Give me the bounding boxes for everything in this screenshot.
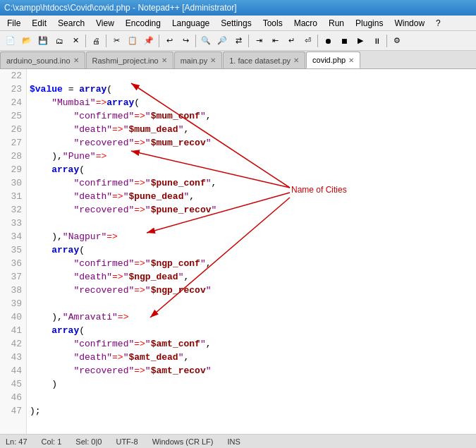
toolbar-indent[interactable]: ⇥	[251, 33, 267, 49]
toolbar-open[interactable]: 📂	[19, 33, 35, 49]
line-number-43: 43	[4, 351, 22, 364]
toolbar-indent2[interactable]: ↵	[283, 33, 299, 49]
toolbar-run[interactable]: ▶	[353, 33, 368, 49]
menu-view[interactable]: View	[90, 16, 120, 30]
menu-run[interactable]: Run	[323, 16, 350, 30]
toolbar-wrap[interactable]: ⏎	[300, 33, 315, 49]
line-number-33: 33	[4, 217, 22, 230]
toolbar-replace[interactable]: ⇄	[231, 33, 246, 49]
menu-tools[interactable]: Tools	[257, 16, 288, 30]
tab-bar: arduino_sound.ino ✕ Rashmi_project.ino ✕…	[0, 51, 476, 69]
menu-settings[interactable]: Settings	[215, 16, 257, 30]
tab-arduino-close[interactable]: ✕	[73, 56, 79, 64]
menu-help[interactable]: ?	[430, 16, 446, 30]
code-line-35: array(	[30, 243, 473, 257]
menu-window[interactable]: Window	[389, 16, 430, 30]
toolbar-new[interactable]: 📄	[3, 33, 18, 49]
code-line-38: "recovered"=>"$ngp_recov"	[30, 284, 473, 297]
code-line-37: "death"=>"$ngp_dead",	[30, 270, 473, 284]
menu-bar: File Edit Search View Encoding Language …	[0, 16, 476, 31]
menu-macro[interactable]: Macro	[288, 16, 323, 30]
toolbar-outdent[interactable]: ⇤	[267, 33, 283, 49]
code-line-36: "confirmed"=>"$ngp_conf",	[30, 257, 473, 270]
code-line-29: array(	[30, 163, 473, 176]
title-text: C:\xampp\htdocs\Covid\covid.php - Notepa…	[4, 3, 237, 13]
status-line-ending: Windows (CR LF)	[152, 437, 214, 446]
tab-covid-label: covid.php	[312, 56, 346, 64]
code-line-34: ),"Nagpur"=>	[30, 230, 473, 243]
toolbar-zoom-in[interactable]: 🔍	[198, 33, 214, 49]
line-number-36: 36	[4, 257, 22, 270]
toolbar-find[interactable]: 🔎	[214, 33, 230, 49]
tab-face-label: 1. face dataset.py	[229, 56, 291, 65]
toolbar-redo[interactable]: ↪	[178, 33, 193, 49]
code-area[interactable]: 2223242526272829303132333435363738394041…	[0, 69, 476, 434]
code-line-45: )	[30, 377, 473, 391]
toolbar-close[interactable]: ✕	[68, 33, 83, 49]
menu-plugins[interactable]: Plugins	[350, 16, 389, 30]
line-number-47: 47	[4, 404, 22, 418]
tab-arduino[interactable]: arduino_sound.ino ✕	[0, 52, 85, 68]
toolbar-print[interactable]: 🖨	[88, 33, 104, 49]
status-ins: INS	[227, 437, 240, 446]
toolbar-paste[interactable]: 📌	[141, 33, 157, 49]
line-number-32: 32	[4, 203, 22, 217]
line-number-35: 35	[4, 243, 22, 257]
code-line-27: "recovered"=>"$mum_recov"	[30, 136, 473, 150]
toolbar-undo[interactable]: ↩	[161, 33, 177, 49]
line-number-22: 22	[4, 69, 22, 83]
tab-rashmi-close[interactable]: ✕	[161, 56, 167, 64]
toolbar-sep5	[248, 35, 249, 47]
line-number-25: 25	[4, 109, 22, 123]
toolbar-macro2[interactable]: ⏹	[336, 33, 352, 49]
code-line-22	[30, 69, 473, 83]
tab-main-close[interactable]: ✕	[210, 56, 216, 64]
tab-main[interactable]: main.py ✕	[174, 52, 223, 68]
tab-rashmi[interactable]: Rashmi_project.ino ✕	[86, 52, 173, 68]
line-number-29: 29	[4, 163, 22, 176]
menu-encoding[interactable]: Encoding	[120, 16, 166, 30]
toolbar: 📄 📂 💾 🗂 ✕ 🖨 ✂ 📋 📌 ↩ ↪ 🔍 🔎 ⇄ ⇥ ⇤ ↵ ⏎ ⏺ ⏹ …	[0, 31, 476, 51]
line-number-24: 24	[4, 96, 22, 109]
line-number-41: 41	[4, 324, 22, 337]
tab-covid[interactable]: covid.php ✕	[306, 52, 360, 68]
toolbar-cut[interactable]: ✂	[109, 33, 124, 49]
code-line-24: "Mumbai"=>array(	[30, 96, 473, 109]
line-number-44: 44	[4, 364, 22, 377]
line-numbers: 2223242526272829303132333435363738394041…	[0, 69, 27, 434]
title-bar: C:\xampp\htdocs\Covid\covid.php - Notepa…	[0, 0, 476, 16]
line-number-40: 40	[4, 310, 22, 324]
status-bar: Ln: 47 Col: 1 Sel: 0|0 UTF-8 Windows (CR…	[0, 434, 476, 448]
toolbar-settings[interactable]: ⚙	[389, 33, 405, 49]
status-sel: Sel: 0|0	[75, 437, 102, 446]
tab-covid-close[interactable]: ✕	[348, 56, 354, 64]
code-line-26: "death"=>"$mum_dead",	[30, 123, 473, 136]
tab-face[interactable]: 1. face dataset.py ✕	[223, 52, 305, 68]
toolbar-sep7	[386, 35, 387, 47]
tab-main-label: main.py	[181, 56, 208, 65]
line-number-39: 39	[4, 297, 22, 310]
line-number-38: 38	[4, 284, 22, 297]
menu-search[interactable]: Search	[52, 16, 90, 30]
toolbar-stop[interactable]: ⏸	[369, 33, 384, 49]
code-line-46	[30, 391, 473, 404]
code-line-30: "confirmed"=>"$pune_conf",	[30, 176, 473, 190]
line-number-42: 42	[4, 337, 22, 351]
menu-language[interactable]: Language	[166, 16, 215, 30]
menu-file[interactable]: File	[1, 16, 26, 30]
code-content[interactable]: Name of Cities $value = array( "Mumbai"=…	[27, 69, 476, 434]
code-line-43: "death"=>"$amt_dead",	[30, 351, 473, 364]
tab-rashmi-label: Rashmi_project.ino	[92, 56, 159, 65]
toolbar-save[interactable]: 💾	[35, 33, 51, 49]
toolbar-macro[interactable]: ⏺	[320, 33, 336, 49]
tab-face-close[interactable]: ✕	[293, 56, 299, 64]
line-number-46: 46	[4, 391, 22, 404]
toolbar-save-all[interactable]: 🗂	[51, 33, 67, 49]
toolbar-sep1	[85, 35, 86, 47]
line-number-34: 34	[4, 230, 22, 243]
toolbar-copy[interactable]: 📋	[125, 33, 140, 49]
code-line-40: ),"Amravati"=>	[30, 310, 473, 324]
code-line-25: "confirmed"=>"$mum_conf",	[30, 109, 473, 123]
status-ln: Ln: 47	[6, 437, 28, 446]
menu-edit[interactable]: Edit	[26, 16, 52, 30]
